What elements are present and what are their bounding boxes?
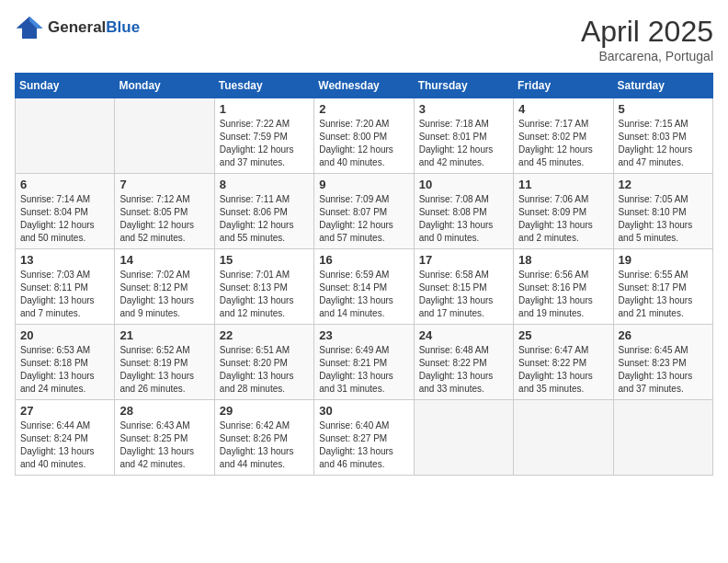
- calendar-cell: [16, 98, 115, 174]
- day-number: 30: [319, 404, 408, 418]
- calendar-cell: [514, 400, 613, 476]
- calendar-cell: 23Sunrise: 6:49 AMSunset: 8:21 PMDayligh…: [314, 325, 414, 400]
- calendar-cell: 10Sunrise: 7:08 AMSunset: 8:08 PMDayligh…: [414, 174, 513, 249]
- day-number: 7: [119, 178, 209, 191]
- day-number: 29: [220, 404, 309, 418]
- day-number: 3: [419, 102, 508, 116]
- calendar-cell: 14Sunrise: 7:02 AMSunset: 8:12 PMDayligh…: [115, 249, 214, 325]
- day-number: 8: [220, 178, 309, 191]
- day-info: Sunrise: 6:59 AMSunset: 8:14 PMDaylight:…: [319, 269, 408, 320]
- calendar-cell: 18Sunrise: 6:56 AMSunset: 8:16 PMDayligh…: [514, 249, 613, 325]
- day-number: 14: [119, 253, 209, 267]
- day-number: 26: [619, 328, 708, 342]
- calendar-cell: 11Sunrise: 7:06 AMSunset: 8:09 PMDayligh…: [514, 174, 613, 249]
- week-row-5: 27Sunrise: 6:44 AMSunset: 8:24 PMDayligh…: [16, 400, 713, 476]
- calendar-cell: 7Sunrise: 7:12 AMSunset: 8:05 PMDaylight…: [115, 174, 214, 249]
- weekday-header-saturday: Saturday: [613, 74, 712, 98]
- day-info: Sunrise: 6:40 AMSunset: 8:27 PMDaylight:…: [319, 419, 408, 471]
- day-info: Sunrise: 6:48 AMSunset: 8:22 PMDaylight:…: [419, 344, 508, 396]
- calendar-cell: 30Sunrise: 6:40 AMSunset: 8:27 PMDayligh…: [314, 400, 414, 476]
- week-row-3: 13Sunrise: 7:03 AMSunset: 8:11 PMDayligh…: [16, 249, 713, 325]
- day-number: 25: [518, 328, 608, 342]
- day-number: 17: [419, 253, 508, 267]
- week-row-4: 20Sunrise: 6:53 AMSunset: 8:18 PMDayligh…: [16, 325, 713, 400]
- day-info: Sunrise: 7:15 AMSunset: 8:03 PMDaylight:…: [619, 118, 708, 169]
- day-number: 23: [319, 328, 408, 342]
- day-info: Sunrise: 7:17 AMSunset: 8:02 PMDaylight:…: [518, 118, 608, 169]
- day-info: Sunrise: 7:05 AMSunset: 8:10 PMDaylight:…: [619, 193, 708, 245]
- day-info: Sunrise: 6:44 AMSunset: 8:24 PMDaylight:…: [20, 419, 109, 471]
- calendar-cell: 16Sunrise: 6:59 AMSunset: 8:14 PMDayligh…: [314, 249, 414, 325]
- calendar-table: SundayMondayTuesdayWednesdayThursdayFrid…: [15, 73, 713, 476]
- day-number: 20: [20, 328, 109, 342]
- weekday-header-friday: Friday: [514, 74, 613, 98]
- title-area: April 2025 Barcarena, Portugal: [581, 15, 713, 63]
- calendar-cell: 6Sunrise: 7:14 AMSunset: 8:04 PMDaylight…: [16, 174, 115, 249]
- location-title: Barcarena, Portugal: [581, 49, 713, 63]
- calendar-cell: 15Sunrise: 7:01 AMSunset: 8:13 PMDayligh…: [214, 249, 313, 325]
- calendar-cell: 24Sunrise: 6:48 AMSunset: 8:22 PMDayligh…: [414, 325, 513, 400]
- week-row-1: 1Sunrise: 7:22 AMSunset: 7:59 PMDaylight…: [16, 98, 713, 174]
- day-number: 28: [119, 404, 209, 418]
- calendar-cell: 4Sunrise: 7:17 AMSunset: 8:02 PMDaylight…: [514, 98, 613, 174]
- day-number: 18: [518, 253, 608, 267]
- page-header: GeneralBlue April 2025 Barcarena, Portug…: [15, 15, 713, 63]
- calendar-cell: 5Sunrise: 7:15 AMSunset: 8:03 PMDaylight…: [613, 98, 712, 174]
- day-info: Sunrise: 7:02 AMSunset: 8:12 PMDaylight:…: [119, 269, 209, 320]
- day-info: Sunrise: 6:52 AMSunset: 8:19 PMDaylight:…: [119, 344, 209, 396]
- month-title: April 2025: [581, 15, 713, 49]
- day-info: Sunrise: 6:56 AMSunset: 8:16 PMDaylight:…: [518, 269, 608, 320]
- calendar-cell: [613, 400, 712, 476]
- day-number: 12: [619, 178, 708, 191]
- logo-icon: [15, 15, 44, 40]
- day-info: Sunrise: 6:55 AMSunset: 8:17 PMDaylight:…: [619, 269, 708, 320]
- day-info: Sunrise: 7:03 AMSunset: 8:11 PMDaylight:…: [20, 269, 109, 320]
- calendar-cell: 22Sunrise: 6:51 AMSunset: 8:20 PMDayligh…: [214, 325, 313, 400]
- day-info: Sunrise: 6:58 AMSunset: 8:15 PMDaylight:…: [419, 269, 508, 320]
- day-info: Sunrise: 6:49 AMSunset: 8:21 PMDaylight:…: [319, 344, 408, 396]
- calendar-cell: 21Sunrise: 6:52 AMSunset: 8:19 PMDayligh…: [115, 325, 214, 400]
- logo: GeneralBlue: [15, 15, 140, 40]
- day-info: Sunrise: 7:11 AMSunset: 8:06 PMDaylight:…: [220, 193, 309, 245]
- day-info: Sunrise: 7:06 AMSunset: 8:09 PMDaylight:…: [518, 193, 608, 245]
- day-info: Sunrise: 7:01 AMSunset: 8:13 PMDaylight:…: [220, 269, 309, 320]
- day-number: 2: [319, 102, 408, 116]
- day-info: Sunrise: 7:18 AMSunset: 8:01 PMDaylight:…: [419, 118, 508, 169]
- calendar-cell: 26Sunrise: 6:45 AMSunset: 8:23 PMDayligh…: [613, 325, 712, 400]
- day-info: Sunrise: 6:53 AMSunset: 8:18 PMDaylight:…: [20, 344, 109, 396]
- weekday-header-sunday: Sunday: [16, 74, 115, 98]
- day-number: 5: [619, 102, 708, 116]
- day-info: Sunrise: 7:20 AMSunset: 8:00 PMDaylight:…: [319, 118, 408, 169]
- day-info: Sunrise: 6:51 AMSunset: 8:20 PMDaylight:…: [220, 344, 309, 396]
- calendar-cell: 12Sunrise: 7:05 AMSunset: 8:10 PMDayligh…: [613, 174, 712, 249]
- day-number: 19: [619, 253, 708, 267]
- day-info: Sunrise: 7:08 AMSunset: 8:08 PMDaylight:…: [419, 193, 508, 245]
- day-number: 1: [220, 102, 309, 116]
- day-number: 9: [319, 178, 408, 191]
- day-number: 11: [518, 178, 608, 191]
- weekday-header-monday: Monday: [115, 74, 214, 98]
- day-number: 21: [119, 328, 209, 342]
- day-number: 4: [518, 102, 608, 116]
- day-number: 6: [20, 178, 109, 191]
- calendar-cell: [115, 98, 214, 174]
- calendar-cell: 27Sunrise: 6:44 AMSunset: 8:24 PMDayligh…: [16, 400, 115, 476]
- calendar-cell: 1Sunrise: 7:22 AMSunset: 7:59 PMDaylight…: [214, 98, 313, 174]
- day-info: Sunrise: 6:47 AMSunset: 8:22 PMDaylight:…: [518, 344, 608, 396]
- day-info: Sunrise: 6:45 AMSunset: 8:23 PMDaylight:…: [619, 344, 708, 396]
- calendar-cell: 19Sunrise: 6:55 AMSunset: 8:17 PMDayligh…: [613, 249, 712, 325]
- day-number: 16: [319, 253, 408, 267]
- weekday-header-row: SundayMondayTuesdayWednesdayThursdayFrid…: [16, 74, 713, 98]
- calendar-cell: 28Sunrise: 6:43 AMSunset: 8:25 PMDayligh…: [115, 400, 214, 476]
- logo-blue: Blue: [106, 18, 140, 36]
- day-info: Sunrise: 7:14 AMSunset: 8:04 PMDaylight:…: [20, 193, 109, 245]
- calendar-cell: 3Sunrise: 7:18 AMSunset: 8:01 PMDaylight…: [414, 98, 513, 174]
- calendar-cell: [414, 400, 513, 476]
- day-number: 10: [419, 178, 508, 191]
- calendar-cell: 20Sunrise: 6:53 AMSunset: 8:18 PMDayligh…: [16, 325, 115, 400]
- week-row-2: 6Sunrise: 7:14 AMSunset: 8:04 PMDaylight…: [16, 174, 713, 249]
- calendar-cell: 9Sunrise: 7:09 AMSunset: 8:07 PMDaylight…: [314, 174, 414, 249]
- weekday-header-thursday: Thursday: [414, 74, 513, 98]
- day-info: Sunrise: 6:42 AMSunset: 8:26 PMDaylight:…: [220, 419, 309, 471]
- calendar-cell: 29Sunrise: 6:42 AMSunset: 8:26 PMDayligh…: [214, 400, 313, 476]
